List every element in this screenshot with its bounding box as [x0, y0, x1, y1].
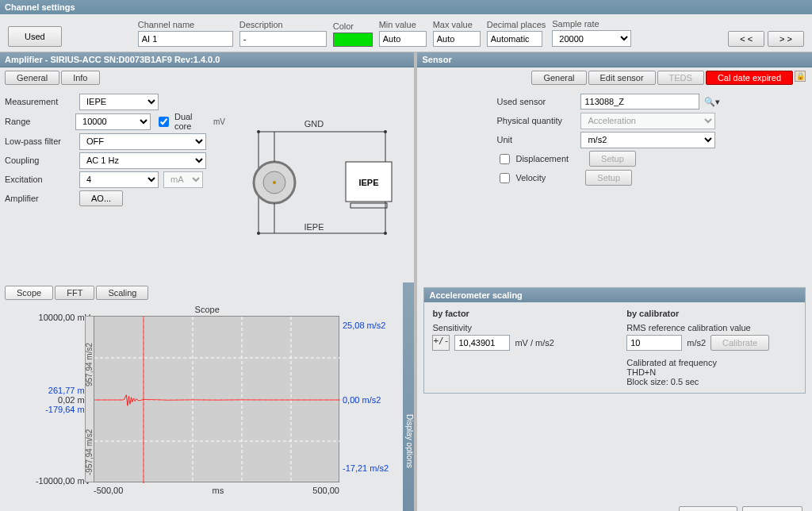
coupling-label: Coupling	[5, 156, 75, 165]
measurement-label: Measurement	[5, 97, 75, 106]
amplifier-label: Amplifier	[5, 194, 75, 203]
gnd-label: GND	[304, 119, 324, 129]
search-icon[interactable]: 🔍▾	[704, 97, 720, 107]
pq-label: Physical quantity	[496, 116, 576, 125]
svg-rect-14	[350, 203, 387, 208]
velocity-check[interactable]: Velocity	[496, 171, 546, 186]
tab-fft[interactable]: FFT	[55, 286, 94, 300]
dualcore-check[interactable]: Dual core	[155, 112, 209, 131]
svg-point-7	[384, 232, 387, 235]
tab-sensor-cal-expired[interactable]: Cal date expired	[706, 71, 793, 85]
used-sensor-label: Used sensor	[496, 97, 576, 106]
y-live-top: 261,77 mV	[13, 386, 90, 395]
tab-scope[interactable]: Scope	[5, 286, 53, 300]
sample-label: Sample rate	[552, 19, 631, 29]
lpf-label: Low-pass filter	[5, 136, 75, 146]
tab-sensor-teds[interactable]: TEDS	[657, 71, 704, 85]
scope-chart: Scope 10000,00 mV 261,77 mV 0,02 mV -179…	[6, 305, 408, 499]
blocksize-label: Block size: 0.5 sec	[626, 377, 797, 386]
y-top-mv: 10000,00 mV	[13, 313, 90, 322]
amplifier-schematic: GND IEPE IEPE	[230, 88, 414, 282]
channel-name-input[interactable]	[138, 31, 233, 47]
range-select[interactable]: 10000	[75, 113, 151, 130]
decimal-label: Decimal places	[487, 20, 546, 29]
sensitivity-label: Sensitivity	[432, 323, 603, 332]
description-label: Description	[239, 20, 327, 29]
used-button[interactable]: Used	[8, 26, 62, 47]
calfreq-label: Calibrated at frequency	[626, 358, 797, 367]
acc-scaling-header: Accelerometer scaling	[424, 288, 805, 302]
byfactor-heading: by factor	[432, 309, 603, 318]
sensor-header: Sensor	[417, 52, 812, 67]
thdn-label: THD+N	[626, 367, 797, 377]
pq-select: Acceleration	[580, 113, 715, 129]
color-label: Color	[333, 21, 373, 31]
vel-setup-button: Setup	[585, 170, 632, 186]
tab-amp-info[interactable]: Info	[61, 71, 99, 85]
y-mid-mv: 0,02 mV	[13, 395, 90, 405]
tab-scaling[interactable]: Scaling	[96, 286, 148, 300]
decimal-input[interactable]	[487, 31, 542, 47]
top-toolbar: Used Channel name Description Color Min …	[0, 14, 812, 52]
sensitivity-input[interactable]	[454, 335, 510, 351]
x-unit: ms	[212, 486, 224, 495]
disp-setup-button: Setup	[589, 151, 636, 167]
measurement-select[interactable]: IEPE	[79, 94, 159, 110]
amplifier-header: Amplifier - SIRIUS-ACC SN:D0073B1AF9 Rev…	[0, 52, 414, 67]
svg-point-10	[273, 181, 276, 184]
iepe-box-label: IEPE	[359, 178, 379, 187]
ok-button[interactable]: OK	[679, 506, 737, 511]
rms-unit: m/s2	[687, 338, 706, 348]
lpf-select[interactable]: OFF	[79, 133, 206, 150]
excitation-label: Excitation	[5, 175, 75, 184]
lock-icon[interactable]: 🔒	[795, 71, 806, 82]
prev-button[interactable]: < <	[728, 31, 764, 47]
range-label: Range	[5, 117, 71, 126]
max-label: Max value	[433, 20, 481, 29]
calibrate-button: Calibrate	[710, 335, 769, 351]
sensitivity-unit: mV / m/s2	[515, 338, 554, 348]
description-input[interactable]	[239, 31, 327, 47]
rms-input[interactable]	[626, 335, 682, 351]
y-live-bot: -179,64 mV	[13, 405, 90, 414]
sign-toggle-button[interactable]: +/-	[432, 335, 450, 351]
min-input[interactable]	[379, 31, 427, 47]
excitation-unit-select: mA	[163, 171, 203, 188]
channel-name-label: Channel name	[138, 20, 233, 29]
y-mid-ms2: 0,00 m/s2	[343, 395, 381, 405]
used-sensor-input[interactable]	[580, 94, 699, 110]
iepe-wire-label: IEPE	[304, 222, 324, 232]
y-bot-mv: -10000,00 mV	[13, 476, 90, 486]
cancel-button[interactable]: Cancel	[742, 506, 802, 511]
sample-rate-select[interactable]: 20000	[552, 30, 631, 47]
next-button[interactable]: > >	[768, 31, 804, 47]
excitation-select[interactable]: 4	[79, 171, 159, 188]
tab-sensor-general[interactable]: General	[531, 71, 586, 85]
display-options-handle[interactable]: Display options	[403, 282, 414, 511]
unit-select[interactable]: m/s2	[580, 132, 715, 148]
tab-sensor-edit[interactable]: Edit sensor	[588, 71, 656, 85]
displacement-check[interactable]: Displacement	[496, 152, 569, 167]
svg-point-6	[257, 232, 260, 235]
x-max: 500,00	[312, 486, 339, 495]
y-top-ms2: 25,08 m/s2	[343, 321, 385, 330]
coupling-select[interactable]: AC 1 Hz	[79, 152, 206, 169]
unit-label: Unit	[496, 135, 576, 144]
rms-label: RMS reference calibration value	[626, 323, 797, 332]
color-swatch[interactable]	[333, 33, 373, 47]
min-label: Min value	[379, 20, 427, 29]
y-bot-ms2: -17,21 m/s2	[343, 463, 389, 473]
range-unit: mV	[213, 117, 225, 126]
max-input[interactable]	[433, 31, 481, 47]
bycal-heading: by calibrator	[626, 309, 797, 318]
tab-amp-general[interactable]: General	[5, 71, 59, 85]
window-title: Channel settings	[0, 0, 812, 14]
x-min: -500,00	[94, 486, 123, 495]
amplifier-ao-button[interactable]: AO...	[79, 190, 123, 206]
